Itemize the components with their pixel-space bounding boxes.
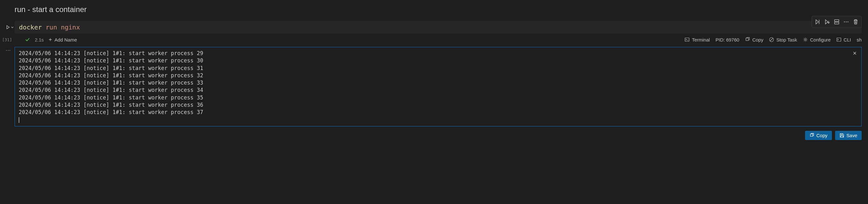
footer-copy-label: Copy bbox=[816, 133, 828, 138]
cell-container: docker run nginx [31] 2.1s Add Name Term… bbox=[0, 19, 868, 140]
svg-point-3 bbox=[844, 22, 845, 23]
output-line: 2024/05/06 14:14:23 [notice] 1#1: start … bbox=[19, 109, 858, 116]
success-icon bbox=[25, 37, 30, 42]
terminal-button[interactable]: Terminal bbox=[685, 37, 710, 42]
run-cell-button[interactable] bbox=[0, 25, 14, 29]
delete-cell-icon[interactable] bbox=[851, 17, 860, 27]
output-container: ··· 2024/05/06 14:14:23 [notice] 1#1: st… bbox=[14, 47, 862, 126]
output-line: 2024/05/06 14:14:23 [notice] 1#1: start … bbox=[19, 94, 858, 101]
output-line: 2024/05/06 14:14:23 [notice] 1#1: start … bbox=[19, 79, 858, 86]
pid-label: PID: 69760 bbox=[716, 37, 739, 42]
sh-label[interactable]: sh bbox=[857, 37, 862, 42]
svg-rect-7 bbox=[746, 38, 748, 40]
footer-buttons: Copy Save bbox=[0, 126, 868, 140]
split-cell-icon[interactable] bbox=[832, 17, 841, 27]
terminal-label: Terminal bbox=[692, 37, 710, 42]
svg-rect-11 bbox=[837, 38, 841, 41]
run-by-line-icon[interactable] bbox=[813, 17, 823, 27]
svg-line-9 bbox=[770, 38, 773, 41]
code-token-arg: nginx bbox=[61, 24, 80, 31]
cell-toolbar bbox=[812, 16, 862, 28]
output-line: 2024/05/06 14:14:23 [notice] 1#1: start … bbox=[19, 50, 858, 57]
svg-rect-6 bbox=[685, 38, 689, 41]
footer-copy-button[interactable]: Copy bbox=[805, 131, 832, 140]
copy-button[interactable]: Copy bbox=[745, 37, 763, 42]
svg-rect-12 bbox=[810, 134, 813, 137]
output-line: 2024/05/06 14:14:23 [notice] 1#1: start … bbox=[19, 65, 858, 72]
exec-count: [31] bbox=[0, 37, 14, 42]
status-row: [31] 2.1s Add Name Terminal PID: 69760 C… bbox=[0, 35, 868, 44]
cell-input-row: docker run nginx bbox=[0, 19, 868, 35]
output-line: 2024/05/06 14:14:23 [notice] 1#1: start … bbox=[19, 57, 858, 64]
cursor bbox=[19, 117, 19, 123]
svg-rect-2 bbox=[834, 22, 839, 24]
close-output-icon[interactable] bbox=[851, 50, 859, 57]
cli-label: CLI bbox=[844, 37, 851, 42]
svg-point-4 bbox=[846, 22, 847, 23]
exec-timing: 2.1s bbox=[35, 37, 44, 42]
code-token-cmd: docker bbox=[19, 24, 42, 31]
add-name-label: Add Name bbox=[54, 37, 77, 42]
output-line: 2024/05/06 14:14:23 [notice] 1#1: start … bbox=[19, 86, 858, 94]
execute-below-icon[interactable] bbox=[823, 17, 832, 27]
configure-label: Configure bbox=[810, 37, 831, 42]
copy-label: Copy bbox=[752, 37, 763, 42]
stop-task-label: Stop Task bbox=[776, 37, 797, 42]
svg-point-5 bbox=[847, 22, 848, 23]
code-editor[interactable]: docker run nginx bbox=[14, 21, 862, 34]
more-actions-icon[interactable] bbox=[841, 17, 851, 27]
code-token-sub: run bbox=[45, 24, 57, 31]
output-more-icon[interactable]: ··· bbox=[6, 48, 11, 53]
output-line: 2024/05/06 14:14:23 [notice] 1#1: start … bbox=[19, 72, 858, 79]
status-left: 2.1s Add Name bbox=[19, 37, 77, 42]
svg-rect-1 bbox=[834, 20, 839, 22]
stop-task-button[interactable]: Stop Task bbox=[769, 37, 797, 42]
output-line: 2024/05/06 14:14:23 [notice] 1#1: start … bbox=[19, 101, 858, 109]
footer-save-button[interactable]: Save bbox=[835, 131, 862, 140]
svg-point-10 bbox=[804, 39, 806, 40]
page-title: run - start a container bbox=[0, 0, 868, 19]
add-name-button[interactable]: Add Name bbox=[48, 37, 77, 42]
terminal-output[interactable]: 2024/05/06 14:14:23 [notice] 1#1: start … bbox=[14, 47, 862, 126]
status-right: Terminal PID: 69760 Copy Stop Task Confi… bbox=[685, 37, 868, 42]
footer-save-label: Save bbox=[846, 133, 857, 138]
cli-button[interactable]: CLI bbox=[836, 37, 851, 42]
configure-button[interactable]: Configure bbox=[803, 37, 831, 42]
